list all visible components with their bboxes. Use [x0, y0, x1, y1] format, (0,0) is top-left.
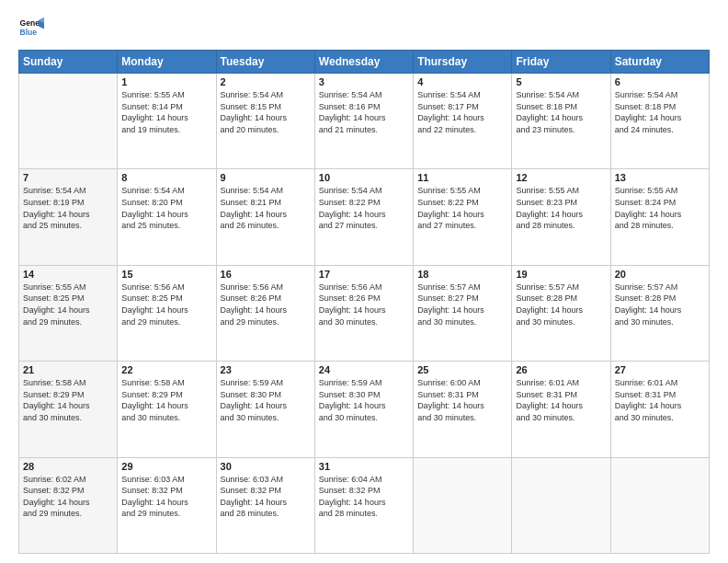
calendar-cell: 28Sunrise: 6:02 AM Sunset: 8:32 PM Dayli…	[19, 457, 118, 553]
day-info: Sunrise: 5:54 AM Sunset: 8:22 PM Dayligh…	[319, 185, 409, 231]
logo-icon: General Blue	[18, 15, 44, 40]
page: General Blue Sunday Monday Tuesday Wedne…	[0, 0, 728, 563]
calendar-cell: 2Sunrise: 5:54 AM Sunset: 8:15 PM Daylig…	[216, 74, 314, 169]
day-number: 3	[319, 76, 409, 87]
day-info: Sunrise: 5:55 AM Sunset: 8:23 PM Dayligh…	[516, 185, 606, 231]
calendar-cell: 12Sunrise: 5:55 AM Sunset: 8:23 PM Dayli…	[512, 169, 610, 265]
day-number: 4	[417, 76, 507, 87]
day-info: Sunrise: 6:02 AM Sunset: 8:32 PM Dayligh…	[23, 474, 113, 520]
day-number: 29	[121, 461, 211, 472]
day-info: Sunrise: 5:55 AM Sunset: 8:25 PM Dayligh…	[23, 282, 113, 327]
day-info: Sunrise: 5:55 AM Sunset: 8:24 PM Dayligh…	[615, 185, 705, 231]
header-row: Sunday Monday Tuesday Wednesday Thursday…	[19, 51, 710, 74]
day-info: Sunrise: 6:03 AM Sunset: 8:32 PM Dayligh…	[221, 474, 311, 520]
day-number: 8	[121, 172, 211, 183]
day-info: Sunrise: 5:59 AM Sunset: 8:30 PM Dayligh…	[319, 377, 409, 423]
day-info: Sunrise: 5:54 AM Sunset: 8:17 PM Dayligh…	[417, 89, 507, 135]
day-info: Sunrise: 6:01 AM Sunset: 8:31 PM Dayligh…	[516, 377, 606, 423]
calendar-cell: 11Sunrise: 5:55 AM Sunset: 8:22 PM Dayli…	[414, 169, 512, 265]
day-number: 28	[23, 461, 113, 472]
calendar-cell	[414, 457, 512, 553]
day-number: 31	[319, 461, 409, 472]
calendar-cell: 10Sunrise: 5:54 AM Sunset: 8:22 PM Dayli…	[314, 169, 413, 265]
day-info: Sunrise: 5:54 AM Sunset: 8:18 PM Dayligh…	[516, 89, 606, 135]
header: General Blue	[18, 15, 710, 40]
col-friday: Friday	[512, 51, 610, 74]
day-info: Sunrise: 5:55 AM Sunset: 8:22 PM Dayligh…	[417, 185, 507, 231]
day-number: 7	[23, 172, 113, 183]
day-number: 10	[319, 172, 409, 183]
calendar-cell: 7Sunrise: 5:54 AM Sunset: 8:19 PM Daylig…	[19, 169, 118, 265]
calendar-cell: 24Sunrise: 5:59 AM Sunset: 8:30 PM Dayli…	[314, 362, 413, 457]
day-number: 11	[417, 172, 507, 183]
day-info: Sunrise: 5:54 AM Sunset: 8:21 PM Dayligh…	[221, 185, 311, 231]
day-info: Sunrise: 5:54 AM Sunset: 8:16 PM Dayligh…	[319, 89, 409, 135]
day-number: 2	[221, 76, 311, 87]
day-info: Sunrise: 5:57 AM Sunset: 8:28 PM Dayligh…	[615, 282, 705, 327]
day-number: 19	[516, 269, 606, 280]
calendar-table: Sunday Monday Tuesday Wednesday Thursday…	[18, 50, 710, 554]
calendar-cell	[512, 457, 610, 553]
calendar-cell: 17Sunrise: 5:56 AM Sunset: 8:26 PM Dayli…	[314, 265, 413, 361]
calendar-cell: 23Sunrise: 5:59 AM Sunset: 8:30 PM Dayli…	[216, 362, 314, 457]
day-number: 16	[221, 269, 311, 280]
calendar-cell: 16Sunrise: 5:56 AM Sunset: 8:26 PM Dayli…	[216, 265, 314, 361]
day-number: 24	[319, 364, 409, 375]
calendar-cell: 4Sunrise: 5:54 AM Sunset: 8:17 PM Daylig…	[414, 74, 512, 169]
svg-text:Blue: Blue	[20, 28, 38, 37]
day-number: 13	[615, 172, 705, 183]
calendar-cell: 26Sunrise: 6:01 AM Sunset: 8:31 PM Dayli…	[512, 362, 610, 457]
day-number: 17	[319, 269, 409, 280]
day-info: Sunrise: 5:59 AM Sunset: 8:30 PM Dayligh…	[221, 377, 311, 423]
day-info: Sunrise: 6:03 AM Sunset: 8:32 PM Dayligh…	[121, 474, 211, 520]
calendar-cell: 22Sunrise: 5:58 AM Sunset: 8:29 PM Dayli…	[118, 362, 216, 457]
calendar-cell: 15Sunrise: 5:56 AM Sunset: 8:25 PM Dayli…	[118, 265, 216, 361]
day-info: Sunrise: 5:56 AM Sunset: 8:26 PM Dayligh…	[221, 282, 311, 327]
day-number: 14	[23, 269, 113, 280]
col-sunday: Sunday	[19, 51, 118, 74]
day-number: 12	[516, 172, 606, 183]
calendar-cell: 20Sunrise: 5:57 AM Sunset: 8:28 PM Dayli…	[610, 265, 709, 361]
day-number: 20	[615, 269, 705, 280]
col-tuesday: Tuesday	[216, 51, 314, 74]
day-info: Sunrise: 5:55 AM Sunset: 8:14 PM Dayligh…	[121, 89, 211, 135]
day-info: Sunrise: 5:54 AM Sunset: 8:18 PM Dayligh…	[615, 89, 705, 135]
day-info: Sunrise: 5:57 AM Sunset: 8:28 PM Dayligh…	[516, 282, 606, 327]
calendar-header: Sunday Monday Tuesday Wednesday Thursday…	[19, 51, 710, 74]
col-thursday: Thursday	[414, 51, 512, 74]
calendar-cell: 30Sunrise: 6:03 AM Sunset: 8:32 PM Dayli…	[216, 457, 314, 553]
day-number: 30	[221, 461, 311, 472]
calendar-cell: 3Sunrise: 5:54 AM Sunset: 8:16 PM Daylig…	[314, 74, 413, 169]
calendar-cell: 25Sunrise: 6:00 AM Sunset: 8:31 PM Dayli…	[414, 362, 512, 457]
logo: General Blue	[18, 15, 44, 40]
day-number: 6	[615, 76, 705, 87]
day-number: 21	[23, 364, 113, 375]
day-info: Sunrise: 6:00 AM Sunset: 8:31 PM Dayligh…	[417, 377, 507, 423]
calendar-cell: 27Sunrise: 6:01 AM Sunset: 8:31 PM Dayli…	[610, 362, 709, 457]
day-info: Sunrise: 5:54 AM Sunset: 8:19 PM Dayligh…	[23, 185, 113, 231]
day-number: 18	[417, 269, 507, 280]
col-monday: Monday	[118, 51, 216, 74]
day-info: Sunrise: 5:54 AM Sunset: 8:20 PM Dayligh…	[121, 185, 211, 231]
day-info: Sunrise: 5:58 AM Sunset: 8:29 PM Dayligh…	[23, 377, 113, 423]
calendar-cell: 6Sunrise: 5:54 AM Sunset: 8:18 PM Daylig…	[610, 74, 709, 169]
day-number: 5	[516, 76, 606, 87]
day-number: 1	[121, 76, 211, 87]
day-info: Sunrise: 5:56 AM Sunset: 8:25 PM Dayligh…	[121, 282, 211, 327]
calendar-cell: 31Sunrise: 6:04 AM Sunset: 8:32 PM Dayli…	[314, 457, 413, 553]
calendar-cell: 1Sunrise: 5:55 AM Sunset: 8:14 PM Daylig…	[118, 74, 216, 169]
col-saturday: Saturday	[610, 51, 709, 74]
col-wednesday: Wednesday	[314, 51, 413, 74]
calendar-cell	[610, 457, 709, 553]
calendar-cell	[19, 74, 118, 169]
day-info: Sunrise: 6:01 AM Sunset: 8:31 PM Dayligh…	[615, 377, 705, 423]
day-info: Sunrise: 5:54 AM Sunset: 8:15 PM Dayligh…	[221, 89, 311, 135]
day-number: 9	[221, 172, 311, 183]
day-info: Sunrise: 5:58 AM Sunset: 8:29 PM Dayligh…	[121, 377, 211, 423]
calendar-cell: 18Sunrise: 5:57 AM Sunset: 8:27 PM Dayli…	[414, 265, 512, 361]
calendar-cell: 21Sunrise: 5:58 AM Sunset: 8:29 PM Dayli…	[19, 362, 118, 457]
day-number: 25	[417, 364, 507, 375]
day-info: Sunrise: 5:56 AM Sunset: 8:26 PM Dayligh…	[319, 282, 409, 327]
calendar-cell: 29Sunrise: 6:03 AM Sunset: 8:32 PM Dayli…	[118, 457, 216, 553]
calendar-cell: 5Sunrise: 5:54 AM Sunset: 8:18 PM Daylig…	[512, 74, 610, 169]
